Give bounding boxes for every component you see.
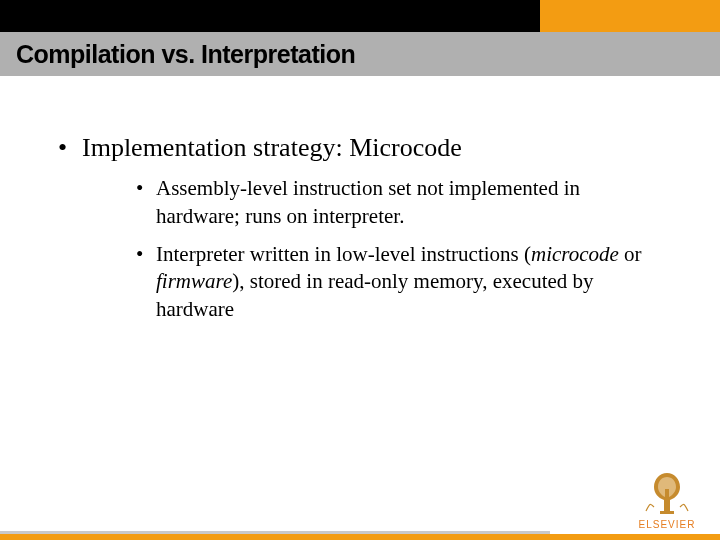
title-bar: Compilation vs. Interpretation: [0, 32, 720, 76]
bullet-list-level1: Implementation strategy: Microcode Assem…: [54, 130, 664, 324]
content-area: Implementation strategy: Microcode Assem…: [54, 130, 664, 336]
sub-bullet-mid: or: [619, 242, 642, 266]
slide: Compilation vs. Interpretation Implement…: [0, 0, 720, 540]
footer-orange-bar: [0, 534, 720, 540]
sub-bullet-item: Assembly-level instruction set not imple…: [134, 175, 664, 230]
sub-bullet-pre: Interpreter written in low-level instruc…: [156, 242, 531, 266]
publisher-name: ELSEVIER: [628, 519, 706, 530]
sub-bullet-em2: firmware: [156, 269, 232, 293]
slide-title: Compilation vs. Interpretation: [16, 40, 355, 69]
svg-rect-1: [660, 511, 674, 514]
sub-bullet-text: Assembly-level instruction set not imple…: [156, 176, 580, 228]
bullet-topic: Microcode: [343, 133, 462, 162]
bullet-item: Implementation strategy: Microcode Assem…: [54, 130, 664, 324]
sub-bullet-item: Interpreter written in low-level instruc…: [134, 241, 664, 324]
elsevier-tree-icon: [640, 467, 694, 517]
sub-bullet-em1: microcode: [531, 242, 619, 266]
bullet-list-level2: Assembly-level instruction set not imple…: [134, 175, 664, 324]
bullet-lead: Implementation strategy:: [82, 133, 343, 162]
header-orange-accent: [540, 0, 720, 32]
publisher-logo: ELSEVIER: [628, 467, 706, 530]
